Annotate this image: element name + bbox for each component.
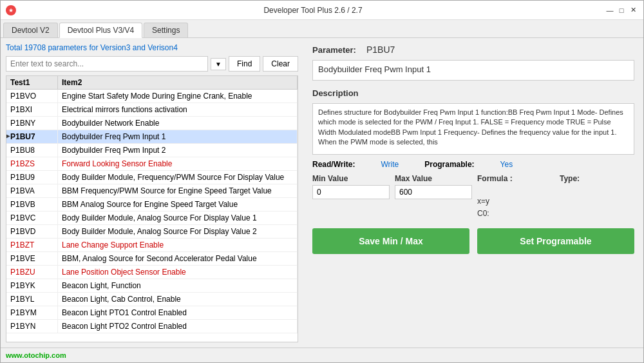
search-input[interactable] (6, 56, 208, 72)
set-programable-button[interactable]: Set Programable (477, 228, 634, 254)
table-row[interactable]: P1BZTLane Change Support Enable (6, 239, 298, 252)
rw-row: Read/Write: Write Programable: Yes (312, 160, 634, 169)
footer-link[interactable]: www.otochip.com (6, 351, 66, 359)
table-cell-id: P1BVD (6, 225, 58, 238)
type-col: Type: (560, 174, 611, 183)
table-row[interactable]: P1BVOEngine Start Safety Mode During Eng… (6, 90, 298, 103)
table-cell-id: P1BNY (6, 117, 58, 130)
clear-button[interactable]: Clear (263, 56, 298, 72)
table-cell-desc: Beacon Light PTO1 Control Enabled (58, 306, 298, 319)
param-table: Test1 Item2 P1BVOEngine Start Safety Mod… (6, 75, 298, 342)
table-body: P1BVOEngine Start Safety Mode During Eng… (6, 90, 298, 333)
tab-bar: Devtool V2 Devtool Plus V3/V4 Settings (1, 20, 643, 38)
col2-header: Item2 (58, 76, 298, 89)
app-icon: ★ (6, 5, 16, 15)
prog-value: Yes (500, 160, 513, 169)
type-label: Type: (560, 174, 611, 183)
table-cell-desc: Lane Position Object Sensor Enable (58, 266, 298, 279)
formula-label: Formula : (477, 174, 554, 183)
table-cell-id: P1BU7 (6, 130, 58, 143)
table-row[interactable]: P1BVBBBM Analog Source for Engine Speed … (6, 198, 298, 211)
table-cell-id: P1BYL (6, 293, 58, 306)
table-row[interactable]: P1BVDBody Builder Module, Analog Source … (6, 225, 298, 239)
close-button[interactable]: ✕ (628, 5, 638, 15)
table-row[interactable]: P1BU9Body Builder Module, Frequency/PWM … (6, 171, 298, 184)
values-row: Min Value Max Value Formula : x=y C0: Ty… (312, 174, 634, 218)
table-row[interactable]: P1BZSForward Looking Sensor Enable (6, 157, 298, 171)
max-input[interactable] (395, 185, 472, 199)
table-cell-desc: Bodybuilder Freq Pwm Input 1 (58, 130, 298, 143)
description-box: Defines structure for Bodybuilder Freq P… (312, 103, 634, 155)
search-dropdown-btn[interactable]: ▼ (211, 58, 226, 70)
param-header: Parameter: P1BU7 (312, 44, 634, 55)
table-cell-id: P1BZU (6, 266, 58, 279)
table-cell-desc: Bodybuilder Network Enable (58, 117, 298, 130)
table-row[interactable]: P1BZULane Position Object Sensor Enable (6, 266, 298, 279)
formula-value: x=y (477, 197, 554, 206)
table-cell-id: P1BZS (6, 157, 58, 170)
table-cell-id: P1BYK (6, 279, 58, 292)
search-bar: ▼ Find Clear (6, 56, 298, 72)
min-input[interactable] (312, 185, 390, 199)
table-cell-desc: Body Builder Module, Analog Source For D… (58, 211, 298, 224)
table-cell-id: P1BYN (6, 320, 58, 333)
formula-col: Formula : x=y C0: (477, 174, 554, 218)
table-header: Test1 Item2 (6, 76, 298, 90)
table-cell-id: P1BU8 (6, 144, 58, 157)
tab-devtool-v2[interactable]: Devtool V2 (3, 23, 58, 37)
table-row[interactable]: P1BNYBodybuilder Network Enable (6, 117, 298, 130)
table-cell-id: P1BYM (6, 306, 58, 319)
main-window: ★ Developer Tool Plus 2.6 / 2.7 — □ ✕ De… (0, 0, 644, 363)
save-min-max-button[interactable]: Save Min / Max (312, 228, 469, 254)
table-cell-desc: Body Builder Module, Frequency/PWM Sourc… (58, 171, 298, 184)
footer: www.otochip.com (1, 348, 643, 362)
maximize-button[interactable]: □ (616, 5, 627, 15)
table-cell-desc: Beacon Light, Function (58, 279, 298, 292)
main-content: Total 19708 parameters for Version3 and … (1, 38, 643, 348)
tab-devtool-plus[interactable]: Devtool Plus V3/V4 (59, 23, 142, 38)
table-cell-id: P1BVO (6, 90, 58, 103)
find-button[interactable]: Find (229, 56, 260, 72)
right-panel: Parameter: P1BU7 Bodybuilder Freq Pwm In… (303, 38, 643, 348)
prog-label: Programable: (424, 160, 474, 169)
table-cell-id: P1BVE (6, 252, 58, 265)
table-cell-desc: BBM, Analog Source for Second Accelerato… (58, 252, 298, 265)
param-name-box: Bodybuilder Freq Pwm Input 1 (312, 60, 634, 81)
table-cell-desc: Engine Start Safety Mode During Engine C… (58, 90, 298, 103)
table-row[interactable]: P1BXIElectrical mirrors functions activa… (6, 103, 298, 117)
table-cell-desc: Body Builder Module, Analog Source For D… (58, 225, 298, 238)
table-row[interactable]: ▶P1BU7Bodybuilder Freq Pwm Input 1 (6, 130, 298, 144)
table-cell-id: P1BU9 (6, 171, 58, 184)
table-row[interactable]: P1BYKBeacon Light, Function (6, 279, 298, 293)
table-row[interactable]: P1BVEBBM, Analog Source for Second Accel… (6, 252, 298, 266)
table-cell-id: P1BVC (6, 211, 58, 224)
title-bar: ★ Developer Tool Plus 2.6 / 2.7 — □ ✕ (1, 1, 643, 20)
table-row[interactable]: P1BVCBody Builder Module, Analog Source … (6, 211, 298, 225)
table-cell-desc: BBM Analog Source for Engine Speed Targe… (58, 198, 298, 211)
buttons-row: Save Min / Max Set Programable (312, 228, 634, 254)
table-row[interactable]: P1BU8Bodybuilder Freq Pwm Input 2 (6, 144, 298, 157)
max-label: Max Value (395, 174, 472, 183)
table-cell-desc: Beacon Light, Cab Control, Enable (58, 293, 298, 306)
table-cell-id: P1BXI (6, 103, 58, 116)
window-controls: — □ ✕ (605, 5, 638, 15)
param-key-label: Parameter: (312, 45, 356, 55)
table-row[interactable]: P1BYLBeacon Light, Cab Control, Enable (6, 293, 298, 306)
rw-label: Read/Write: (312, 160, 355, 169)
table-cell-desc: Beacon Light PTO2 Control Enabled (58, 320, 298, 333)
table-cell-desc: Electrical mirrors functions activation (58, 103, 298, 116)
table-row[interactable]: P1BYMBeacon Light PTO1 Control Enabled (6, 306, 298, 320)
minimize-button[interactable]: — (605, 5, 615, 15)
tab-settings[interactable]: Settings (144, 23, 188, 37)
table-cell-id: P1BZT (6, 239, 58, 251)
left-panel: Total 19708 parameters for Version3 and … (1, 38, 303, 348)
table-cell-desc: Bodybuilder Freq Pwm Input 2 (58, 144, 298, 157)
table-cell-id: P1BVB (6, 198, 58, 211)
min-label: Min Value (312, 174, 390, 183)
c0-label: C0: (477, 209, 554, 218)
min-col: Min Value (312, 174, 390, 199)
table-row[interactable]: P1BVABBM Frequency/PWM Source for Engine… (6, 184, 298, 198)
rw-value: Write (381, 160, 399, 169)
table-row[interactable]: P1BYNBeacon Light PTO2 Control Enabled (6, 320, 298, 333)
table-cell-desc: BBM Frequency/PWM Source for Engine Spee… (58, 184, 298, 197)
